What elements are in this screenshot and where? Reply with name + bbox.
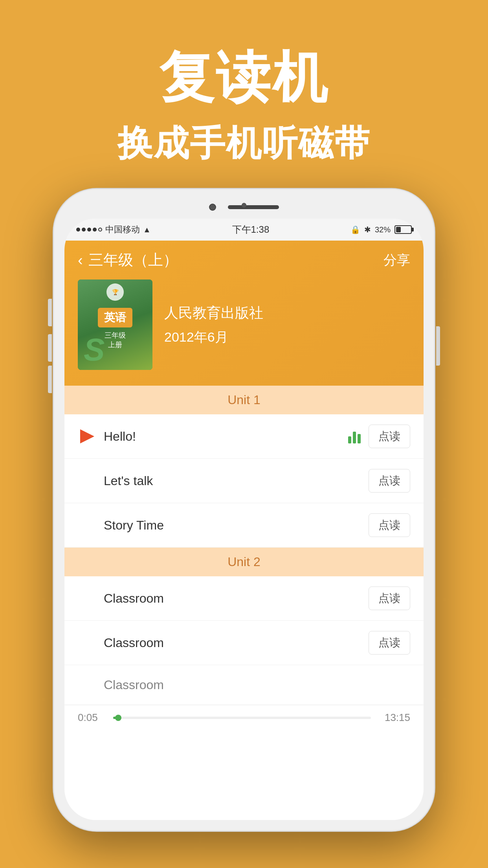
unit-1-label: Unit 1 [227, 393, 261, 407]
placeholder-icon [78, 471, 97, 490]
player-progress-bar[interactable] [113, 717, 371, 719]
bars-icon [348, 429, 361, 443]
bar-2 [353, 432, 356, 443]
book-info: 🏆 英语 三年级上册 S 人民教育出版社 2012年6月 [78, 280, 410, 378]
battery-icon [394, 225, 412, 234]
status-bar: 中国移动 ▲ 下午1:38 🔒 ✱ 32% [64, 219, 424, 241]
list-item: Hello! 点读 [64, 414, 424, 459]
nav-title: 三年级（上） [88, 250, 178, 270]
unit-2-label: Unit 2 [227, 555, 261, 569]
hero-subtitle: 换成手机听磁带 [0, 120, 488, 167]
play-triangle-icon [80, 429, 94, 443]
back-button[interactable]: ‹ 三年级（上） [78, 250, 178, 270]
unit-2-header: Unit 2 [64, 548, 424, 576]
content-list: Unit 1 Hello! 点读 [64, 386, 424, 705]
book-cover: 🏆 英语 三年级上册 S [78, 280, 152, 370]
signal-dot-1 [76, 228, 80, 232]
hero-section: 复读机 换成手机听磁带 [0, 0, 488, 191]
item-title: Story Time [104, 518, 369, 533]
signal-dot-3 [87, 228, 91, 232]
bar-3 [358, 434, 361, 443]
carrier-label: 中国移动 [105, 224, 140, 235]
item-title: Classroom [104, 678, 410, 692]
phone-wrapper: 中国移动 ▲ 下午1:38 🔒 ✱ 32% ‹ [53, 189, 435, 831]
share-button[interactable]: 分享 [383, 251, 410, 269]
list-item: Classroom [64, 665, 424, 705]
publisher-name: 人民教育出版社 [164, 303, 263, 323]
diandu-button[interactable]: 点读 [369, 469, 410, 493]
lock-icon: 🔒 [350, 225, 360, 234]
app-header: ‹ 三年级（上） 分享 🏆 英语 三年级上册 S [64, 241, 424, 386]
diandu-button[interactable]: 点读 [369, 631, 410, 655]
book-badge: 🏆 [106, 283, 124, 301]
app-nav: ‹ 三年级（上） 分享 [78, 250, 410, 270]
book-details: 人民教育出版社 2012年6月 [164, 303, 263, 346]
wifi-icon: ▲ [143, 225, 151, 234]
placeholder-icon [78, 633, 97, 652]
bluetooth-icon: ✱ [364, 225, 371, 234]
placeholder-icon [78, 516, 97, 535]
battery-fill [396, 227, 401, 232]
front-camera [209, 204, 216, 211]
unit-1-header: Unit 1 [64, 386, 424, 414]
item-title: Hello! [104, 429, 348, 444]
list-item: Classroom 点读 [64, 621, 424, 665]
phone-dot [242, 203, 246, 208]
signal-dot-4 [93, 228, 97, 232]
list-item: Let's talk 点读 [64, 459, 424, 503]
diandu-button[interactable]: 点读 [369, 587, 410, 610]
back-arrow-icon: ‹ [78, 253, 83, 268]
book-cover-inner: 🏆 英语 三年级上册 S [78, 280, 152, 370]
status-right: 🔒 ✱ 32% [350, 225, 412, 234]
phone-screen: 中国移动 ▲ 下午1:38 🔒 ✱ 32% ‹ [64, 219, 424, 820]
book-cover-subtitle: 三年级上册 [105, 331, 126, 349]
play-icon [78, 427, 97, 446]
item-title: Let's talk [104, 474, 369, 488]
battery-percent: 32% [375, 225, 391, 234]
list-item: Classroom 点读 [64, 576, 424, 621]
phone-speaker [228, 205, 279, 209]
phone-top-bar [64, 200, 424, 219]
bar-1 [348, 436, 351, 443]
player-total-time: 13:15 [379, 712, 410, 724]
hero-title: 复读机 [0, 47, 488, 108]
bottom-player: 0:05 13:15 [64, 705, 424, 730]
status-left: 中国移动 ▲ [76, 224, 151, 235]
item-title: Classroom [104, 636, 369, 650]
book-cover-title: 英语 [98, 308, 132, 327]
placeholder-icon [78, 589, 97, 608]
list-item: Story Time 点读 [64, 503, 424, 548]
diandu-button[interactable]: 点读 [369, 513, 410, 537]
signal-dots [76, 228, 102, 232]
pub-date: 2012年6月 [164, 328, 263, 346]
placeholder-icon [78, 675, 97, 694]
phone-frame: 中国移动 ▲ 下午1:38 🔒 ✱ 32% ‹ [53, 189, 435, 831]
player-current-time: 0:05 [78, 712, 105, 724]
player-progress-dot [115, 715, 121, 721]
status-time: 下午1:38 [232, 223, 270, 236]
book-cover-decoration: S [84, 332, 105, 368]
item-title: Classroom [104, 591, 369, 606]
diandu-button[interactable]: 点读 [369, 425, 410, 448]
signal-dot-2 [82, 228, 86, 232]
signal-dot-5 [98, 228, 102, 232]
